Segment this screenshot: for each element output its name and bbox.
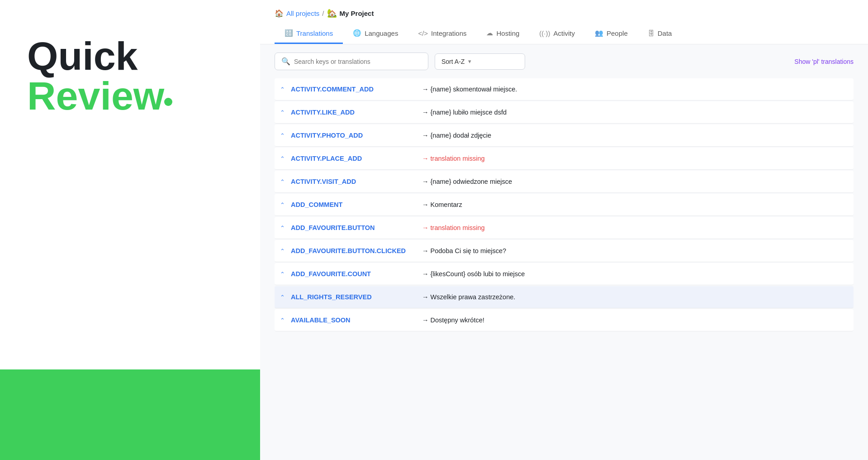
table-row[interactable]: ⌃ALL_RIGHTS_RESERVED→ Wszelkie prawa zas… <box>275 286 854 308</box>
translation-missing-badge: → translation missing <box>422 155 485 162</box>
chevron-up-icon: ⌃ <box>280 155 286 162</box>
right-panel: 🏠 All projects / 🏡 My Project 🔠Translati… <box>260 0 868 460</box>
table-row[interactable]: ⌃ADD_FAVOURITE.COUNT→ {likesCount} osób … <box>275 263 854 285</box>
tab-people[interactable]: 👥People <box>585 24 638 44</box>
chevron-up-icon: ⌃ <box>280 109 286 116</box>
activity-tab-label: Activity <box>554 29 575 37</box>
people-tab-icon: 👥 <box>595 29 603 37</box>
chevron-up-icon: ⌃ <box>280 132 286 139</box>
home-icon: 🏠 <box>275 9 284 18</box>
translations-tab-label: Translations <box>296 29 333 37</box>
people-tab-label: People <box>607 29 628 37</box>
translation-key: ACTIVITY.COMMENT_ADD <box>291 86 417 93</box>
tab-data[interactable]: 🗄Data <box>638 25 682 44</box>
table-row[interactable]: ⌃ACTIVITY.PHOTO_ADD→ {name} dodał zdjęci… <box>275 125 854 147</box>
translation-key: ADD_FAVOURITE.BUTTON <box>291 224 417 231</box>
show-translations-button[interactable]: Show 'pl' translations <box>794 58 854 65</box>
table-row[interactable]: ⌃ADD_FAVOURITE.BUTTON.CLICKED→ Podoba Ci… <box>275 240 854 262</box>
chevron-up-icon: ⌃ <box>280 86 286 93</box>
quick-label: Quick <box>27 36 233 76</box>
data-tab-icon: 🗄 <box>648 29 655 37</box>
tab-languages[interactable]: 🌐Languages <box>343 24 408 44</box>
table-row[interactable]: ⌃AVAILABLE_SOON→ Dostępny wkrótce! <box>275 309 854 331</box>
translation-value: → {name} skomentował miejsce. <box>422 86 517 93</box>
translation-value: → {name} odwiedzone miejsce <box>422 178 512 185</box>
translation-value: → {likesCount} osób lubi to miejsce <box>422 270 525 278</box>
translation-value: → {name} dodał zdjęcie <box>422 132 491 139</box>
search-box: 🔍 <box>275 53 428 70</box>
project-icon: 🏡 <box>327 8 337 18</box>
chevron-down-icon: ▾ <box>468 58 471 65</box>
left-panel: Quick Review <box>0 0 260 460</box>
tab-translations[interactable]: 🔠Translations <box>275 24 343 44</box>
translation-key: ACTIVITY.PHOTO_ADD <box>291 132 417 139</box>
translation-value: → Wszelkie prawa zastrzeżone. <box>422 293 515 301</box>
project-name: My Project <box>340 10 374 17</box>
translations-tab-icon: 🔠 <box>285 29 293 37</box>
translation-key: ADD_FAVOURITE.BUTTON.CLICKED <box>291 247 417 254</box>
table-row[interactable]: ⌃ADD_FAVOURITE.BUTTON→ translation missi… <box>275 217 854 239</box>
chevron-up-icon: ⌃ <box>280 201 286 208</box>
integrations-tab-label: Integrations <box>431 29 466 37</box>
chevron-up-icon: ⌃ <box>280 317 286 324</box>
hosting-tab-label: Hosting <box>496 29 519 37</box>
tab-activity[interactable]: ((·))Activity <box>529 25 585 44</box>
translation-value: → Komentarz <box>422 201 462 208</box>
activity-tab-icon: ((·)) <box>539 29 550 37</box>
table-row[interactable]: ⌃ACTIVITY.VISIT_ADD→ {name} odwiedzone m… <box>275 171 854 193</box>
translation-key: ACTIVITY.LIKE_ADD <box>291 109 417 116</box>
translation-value: → Dostępny wkrótce! <box>422 316 484 324</box>
translation-missing-badge: → translation missing <box>422 224 485 231</box>
green-bottom <box>0 369 260 460</box>
data-tab-label: Data <box>658 29 672 37</box>
table-row[interactable]: ⌃ACTIVITY.COMMENT_ADD→ {name} skomentowa… <box>275 78 854 101</box>
review-label: Review <box>27 76 233 116</box>
translation-key: ADD_FAVOURITE.COUNT <box>291 270 417 278</box>
sort-dropdown[interactable]: Sort A-Z ▾ <box>435 53 525 70</box>
search-input[interactable] <box>294 58 422 65</box>
translation-list: ⌃ACTIVITY.COMMENT_ADD→ {name} skomentowa… <box>260 78 868 460</box>
chevron-up-icon: ⌃ <box>280 271 286 278</box>
integrations-tab-icon: </> <box>418 29 428 37</box>
table-row[interactable]: ⌃ACTIVITY.PLACE_ADD→ translation missing <box>275 148 854 170</box>
chevron-up-icon: ⌃ <box>280 248 286 254</box>
search-icon: 🔍 <box>281 57 290 66</box>
table-row[interactable]: ⌃ADD_COMMENT→ Komentarz <box>275 194 854 216</box>
chevron-up-icon: ⌃ <box>280 225 286 231</box>
translation-key: ACTIVITY.PLACE_ADD <box>291 155 417 162</box>
translation-value: → {name} lubiło miejsce dsfd <box>422 109 507 116</box>
nav-tabs: 🔠Translations🌐Languages</>Integrations☁H… <box>275 24 854 44</box>
translation-value: → Podoba Ci się to miejsce? <box>422 247 506 254</box>
breadcrumb: 🏠 All projects / 🏡 My Project <box>275 8 854 18</box>
left-text-block: Quick Review <box>0 0 260 152</box>
breadcrumb-separator: / <box>322 10 324 17</box>
translation-key: ACTIVITY.VISIT_ADD <box>291 178 417 185</box>
translation-key: ADD_COMMENT <box>291 201 417 208</box>
green-dot <box>164 98 172 106</box>
languages-tab-label: Languages <box>365 29 398 37</box>
translation-key: AVAILABLE_SOON <box>291 316 417 324</box>
chevron-up-icon: ⌃ <box>280 294 286 301</box>
chevron-up-icon: ⌃ <box>280 178 286 185</box>
toolbar: 🔍 Sort A-Z ▾ Show 'pl' translations <box>260 44 868 78</box>
hosting-tab-icon: ☁ <box>486 29 493 37</box>
tab-hosting[interactable]: ☁Hosting <box>476 24 529 44</box>
header: 🏠 All projects / 🏡 My Project 🔠Translati… <box>260 0 868 44</box>
sort-label: Sort A-Z <box>441 58 465 65</box>
tab-integrations[interactable]: </>Integrations <box>408 25 476 44</box>
all-projects-link[interactable]: All projects <box>286 10 319 17</box>
languages-tab-icon: 🌐 <box>353 29 361 37</box>
translation-key: ALL_RIGHTS_RESERVED <box>291 293 417 301</box>
table-row[interactable]: ⌃ACTIVITY.LIKE_ADD→ {name} lubiło miejsc… <box>275 101 854 124</box>
